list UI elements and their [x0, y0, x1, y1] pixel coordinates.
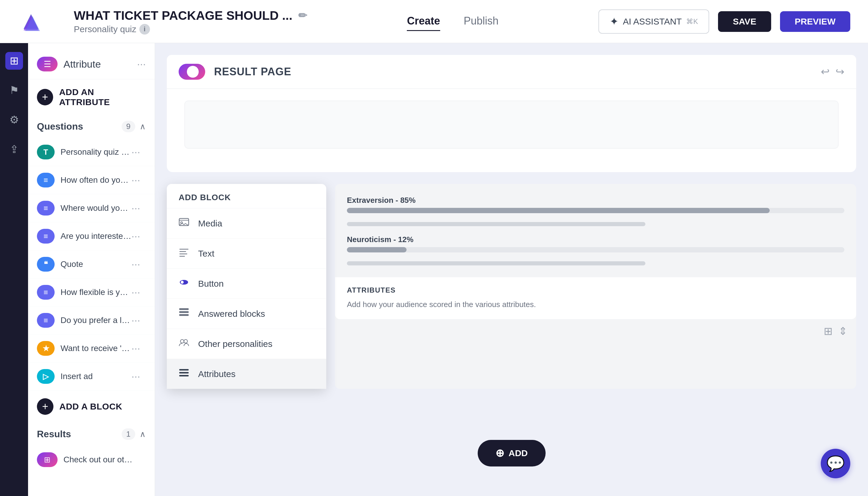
result-text: Check out our other ticket pa...: [63, 455, 134, 464]
info-icon[interactable]: i: [139, 24, 150, 34]
results-section-header[interactable]: Results 1 ∧: [28, 422, 155, 446]
extraversion-label: Extraversion - 85%: [347, 196, 844, 205]
add-block-button[interactable]: + ADD A BLOCK: [28, 391, 155, 422]
neuroticism-bar-fill: [347, 247, 406, 252]
winning-placeholder: [185, 101, 838, 149]
list-item[interactable]: ≡ Do you prefer a longer-term ... ⋯: [28, 307, 155, 335]
add-circle-icon: +: [37, 89, 53, 105]
undo-icon[interactable]: ↩: [821, 65, 830, 78]
add-attribute-button[interactable]: + ADD AN ATTRIBUTE: [28, 79, 155, 115]
block-item-text[interactable]: Text: [167, 238, 326, 268]
title-text: WHAT TICKET PACKAGE SHOULD ...: [74, 9, 292, 23]
attributes-preview-panel: Extraversion - 85% Neuroticism - 12%: [335, 184, 856, 389]
attr-preview: Extraversion - 85% Neuroticism - 12%: [335, 184, 856, 277]
q-more-icon[interactable]: ⋯: [131, 371, 140, 382]
add-block-label: ADD A BLOCK: [59, 402, 122, 412]
q-badge: ▷: [37, 369, 55, 384]
page-title: WHAT TICKET PACKAGE SHOULD ... ✏: [74, 9, 307, 23]
nav-create[interactable]: Create: [407, 12, 440, 31]
q-text: Personality quiz for product r...: [61, 147, 131, 157]
extraversion-bar-bg: [347, 208, 844, 213]
header: WHAT TICKET PACKAGE SHOULD ... ✏ Persona…: [0, 0, 868, 43]
main-layout: ⊞ ⚑ ⚙ ⇪ ☰ Attribute ⋯ + ADD AN ATTRIBUTE…: [0, 0, 868, 496]
preview-body: [167, 89, 856, 172]
attribute-more-icon[interactable]: ⋯: [137, 59, 146, 69]
list-item[interactable]: ≡ How often do you plan to att... ⋯: [28, 166, 155, 194]
svg-rect-13: [179, 372, 189, 373]
panels-row: ADD BLOCK Media Text: [167, 184, 856, 389]
block-item-other-personalities[interactable]: Other personalities: [167, 329, 326, 359]
text-icon: [179, 247, 189, 260]
questions-count: 9: [122, 121, 135, 132]
list-item[interactable]: ≡ How flexible is your budget? ⋯: [28, 278, 155, 307]
svg-rect-14: [179, 375, 189, 376]
neuroticism-sub-bar: [347, 261, 646, 265]
q-badge: ≡: [37, 173, 55, 187]
results-title: Results: [37, 429, 122, 439]
q-more-icon[interactable]: ⋯: [131, 231, 140, 242]
svg-point-10: [181, 340, 184, 343]
sidebar-item-grid[interactable]: ⊞: [5, 52, 23, 70]
result-page-header: RESULT PAGE ↩ ↪: [167, 55, 856, 89]
q-more-icon[interactable]: ⋯: [131, 175, 140, 185]
header-nav: Create Publish: [307, 12, 598, 31]
q-text: Want to receive 'fans-only' of...: [61, 344, 131, 353]
block-item-answered[interactable]: Answered blocks: [167, 298, 326, 329]
result-page-toggle[interactable]: [179, 64, 205, 80]
header-actions: ✦ AI ASSISTANT ⌘K SAVE PREVIEW: [599, 10, 850, 34]
media-icon: [179, 217, 189, 230]
chat-fab[interactable]: 💬: [821, 449, 850, 478]
list-item[interactable]: ❝ Quote ⋯: [28, 250, 155, 278]
q-text: Quote: [61, 260, 131, 269]
attribute-badge: ☰: [37, 57, 58, 72]
ai-sparkle-icon: ✦: [610, 15, 619, 28]
list-item[interactable]: ⊞ Check out our other ticket pa...: [28, 446, 155, 474]
sidebar-item-settings[interactable]: ⚙: [5, 111, 23, 129]
questions-chevron-icon: ∧: [140, 122, 146, 131]
layout-adjust-icon[interactable]: ⇕: [838, 325, 847, 338]
list-item[interactable]: ≡ Are you interested in additio... ⋯: [28, 222, 155, 250]
svg-rect-8: [179, 311, 189, 313]
q-more-icon[interactable]: ⋯: [131, 147, 140, 157]
results-count: 1: [122, 429, 135, 440]
svg-rect-7: [179, 308, 189, 310]
save-button[interactable]: SAVE: [718, 11, 771, 32]
add-plus-icon: ⊕: [495, 447, 504, 460]
sidebar-item-share[interactable]: ⇪: [5, 141, 23, 158]
subtitle: Personality quiz i: [74, 24, 307, 34]
attributes-section: ATTRIBUTES Add how your audience scored …: [335, 277, 856, 319]
list-item[interactable]: ★ Want to receive 'fans-only' of... ⋯: [28, 335, 155, 362]
redo-icon[interactable]: ↪: [836, 65, 844, 78]
block-item-media[interactable]: Media: [167, 208, 326, 238]
q-more-icon[interactable]: ⋯: [131, 343, 140, 354]
ai-assistant-button[interactable]: ✦ AI ASSISTANT ⌘K: [599, 10, 710, 34]
edit-icon[interactable]: ✏: [298, 10, 307, 22]
q-text: How often do you plan to att...: [61, 175, 131, 185]
svg-rect-12: [179, 369, 189, 371]
nav-publish[interactable]: Publish: [464, 12, 499, 31]
questions-title: Questions: [37, 121, 122, 132]
result-page-title: RESULT PAGE: [214, 65, 821, 78]
block-item-attributes[interactable]: Attributes: [167, 359, 326, 389]
list-item[interactable]: ≡ Where would you like to sit d... ⋯: [28, 194, 155, 222]
preview-button[interactable]: PREVIEW: [780, 11, 850, 32]
add-block-panel: ADD BLOCK Media Text: [167, 184, 326, 389]
list-item[interactable]: T Personality quiz for product r... ⋯: [28, 138, 155, 166]
list-item[interactable]: ▷ Insert ad ⋯: [28, 362, 155, 391]
q-badge: ≡: [37, 313, 55, 328]
q-more-icon[interactable]: ⋯: [131, 287, 140, 298]
block-label-other-personalities: Other personalities: [198, 339, 273, 349]
q-more-icon[interactable]: ⋯: [131, 203, 140, 214]
block-item-button[interactable]: Button: [167, 268, 326, 298]
add-block-floating-button[interactable]: ⊕ ADD: [478, 440, 546, 466]
layout-grid-icon[interactable]: ⊞: [824, 325, 833, 338]
q-more-icon[interactable]: ⋯: [131, 259, 140, 269]
q-text: Are you interested in additio...: [61, 231, 131, 241]
logo: [18, 8, 44, 35]
questions-section-header[interactable]: Questions 9 ∧: [28, 115, 155, 138]
svg-rect-9: [179, 314, 189, 316]
svg-point-6: [181, 281, 184, 284]
sidebar-item-flag[interactable]: ⚑: [5, 81, 23, 99]
result-page-card: RESULT PAGE ↩ ↪: [167, 55, 856, 172]
q-more-icon[interactable]: ⋯: [131, 315, 140, 326]
